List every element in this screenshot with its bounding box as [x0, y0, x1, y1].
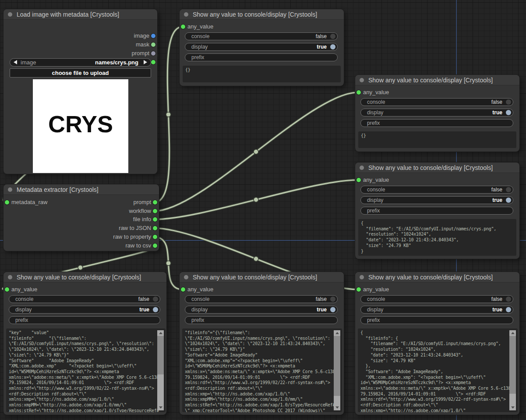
node-title: Load image with metadata [Crystools] [17, 9, 155, 20]
collapse-dot-icon[interactable] [184, 275, 188, 279]
node-header[interactable]: Load image with metadata [Crystools] [4, 9, 157, 20]
prefix-widget[interactable]: prefix [360, 119, 513, 127]
scroll-down-icon[interactable] [509, 405, 516, 410]
node-show-any-value-top[interactable]: Show any value to console/display [Cryst… [180, 9, 344, 86]
collapse-dot-icon[interactable] [8, 275, 12, 279]
output-dot-workflow[interactable] [153, 209, 157, 213]
node-header[interactable]: Show any value to console/display [Cryst… [355, 272, 519, 282]
scrollbar-thumb[interactable] [334, 336, 340, 396]
node-header[interactable]: Show any value to console/display [Cryst… [355, 75, 519, 85]
choose-file-button[interactable]: choose file to upload [10, 68, 151, 78]
output-dot-metadata-raw[interactable] [151, 60, 155, 64]
node-header[interactable]: Show any value to console/display [Cryst… [180, 9, 344, 20]
console-toggle[interactable] [330, 34, 335, 39]
scrollbar-thumb[interactable] [157, 336, 164, 374]
input-dot-any-value[interactable] [5, 287, 9, 292]
node-show-any-value-right-mid[interactable]: Show any value to console/display [Cryst… [355, 162, 519, 259]
collapse-dot-icon[interactable] [8, 187, 12, 192]
input-slot-any-value: any_value [355, 285, 519, 294]
display-widget[interactable]: display true [360, 306, 513, 314]
image-preview: CRYS [33, 79, 128, 173]
input-dot-any-value[interactable] [357, 178, 361, 182]
widget-label: console [191, 33, 209, 40]
image-combo-widget[interactable]: image names/crys.png [10, 58, 151, 67]
display-widget[interactable]: display true [185, 43, 338, 51]
output-dot-prompt[interactable] [153, 200, 157, 205]
node-graph-canvas[interactable]: Load image with metadata [Crystools] ima… [0, 0, 526, 420]
console-output-box[interactable]: {} [183, 66, 341, 82]
console-widget[interactable]: console false [9, 295, 160, 303]
combo-prev-icon[interactable] [14, 60, 17, 64]
console-toggle[interactable] [506, 99, 511, 105]
output-dot-mask[interactable] [151, 42, 155, 47]
scrollbar-thumb[interactable] [509, 336, 516, 394]
console-widget[interactable]: console false [360, 295, 513, 303]
console-toggle[interactable] [506, 296, 511, 302]
prefix-widget[interactable]: prefix [185, 316, 338, 324]
output-dot-prompt[interactable] [151, 51, 155, 56]
scrollbar[interactable] [509, 330, 516, 410]
display-widget[interactable]: display true [9, 306, 160, 314]
scroll-up-icon[interactable] [334, 330, 340, 336]
display-toggle[interactable] [330, 307, 335, 312]
console-output-text: { "filename": "E:/AI/SD/comfyUI.input/na… [358, 219, 516, 256]
input-dot-any-value[interactable] [181, 287, 185, 292]
node-show-any-value-bottom-right[interactable]: Show any value to console/display [Cryst… [355, 272, 519, 415]
collapse-dot-icon[interactable] [8, 12, 12, 17]
collapse-dot-icon[interactable] [184, 12, 188, 17]
node-header[interactable]: Show any value to console/display [Cryst… [355, 162, 519, 173]
prefix-widget[interactable]: prefix [360, 207, 513, 215]
console-widget[interactable]: console false [360, 98, 513, 106]
display-widget[interactable]: display true [360, 196, 513, 204]
node-header[interactable]: Metadata extractor [Crystools] [4, 184, 159, 195]
display-toggle[interactable] [506, 198, 511, 203]
collapse-dot-icon[interactable] [360, 166, 364, 170]
output-dot-raw-to-json[interactable] [153, 226, 157, 230]
scroll-up-icon[interactable] [157, 330, 164, 336]
output-dot-image[interactable] [151, 34, 155, 38]
display-widget[interactable]: display true [360, 109, 513, 116]
scroll-down-icon[interactable] [334, 405, 340, 410]
console-output-box[interactable]: {} [358, 131, 516, 148]
scrollbar[interactable] [157, 330, 164, 410]
node-load-image-with-metadata[interactable]: Load image with metadata [Crystools] ima… [4, 9, 157, 174]
scrollbar[interactable] [334, 330, 340, 410]
scroll-up-icon[interactable] [509, 330, 516, 336]
output-dot-raw-to-property[interactable] [153, 235, 157, 239]
console-output-box[interactable]: "fileinfo"="{\"filename\": \"E:/AI/SD/co… [182, 328, 342, 412]
prefix-widget[interactable]: prefix [9, 316, 160, 324]
console-widget[interactable]: console false [360, 186, 513, 194]
output-dot-file-info[interactable] [153, 217, 157, 222]
input-slot-any-value: any_value [180, 285, 344, 294]
node-show-any-value-bottom-mid[interactable]: Show any value to console/display [Cryst… [180, 272, 344, 415]
widget-value: true [492, 306, 502, 313]
console-widget[interactable]: console false [185, 32, 338, 40]
console-output-box[interactable]: { "fileinfo": { "filename": "E:/AI/SD/co… [358, 328, 518, 412]
node-show-any-value-bottom-left[interactable]: Show any value to console/display [Cryst… [4, 272, 166, 415]
scroll-down-icon[interactable] [157, 405, 164, 410]
console-toggle[interactable] [506, 187, 511, 192]
console-output-box[interactable]: { "filename": "E:/AI/SD/comfyUI.input/na… [358, 219, 516, 256]
output-dot-raw-to-csv[interactable] [153, 244, 157, 248]
console-widget[interactable]: console false [185, 295, 338, 303]
node-header[interactable]: Show any value to console/display [Cryst… [180, 272, 344, 282]
node-header[interactable]: Show any value to console/display [Cryst… [4, 272, 166, 282]
input-dot-any-value[interactable] [357, 90, 361, 95]
collapse-dot-icon[interactable] [360, 78, 364, 82]
prefix-widget[interactable]: prefix [360, 316, 513, 324]
display-toggle[interactable] [506, 307, 511, 312]
display-widget[interactable]: display true [185, 306, 338, 314]
display-toggle[interactable] [330, 44, 335, 49]
console-toggle[interactable] [153, 296, 158, 302]
prefix-widget[interactable]: prefix [185, 53, 338, 61]
collapse-dot-icon[interactable] [360, 275, 364, 279]
node-show-any-value-right-top[interactable]: Show any value to console/display [Cryst… [355, 75, 519, 152]
console-output-box[interactable]: "key" "value" "fileinfo" "{\"filename\":… [6, 328, 166, 412]
node-metadata-extractor[interactable]: Metadata extractor [Crystools] metadata_… [4, 184, 159, 251]
input-dot-any-value[interactable] [181, 25, 185, 29]
console-toggle[interactable] [330, 296, 335, 302]
display-toggle[interactable] [153, 307, 158, 312]
input-dot-any-value[interactable] [357, 287, 361, 292]
combo-next-icon[interactable] [144, 60, 147, 64]
display-toggle[interactable] [506, 110, 511, 115]
